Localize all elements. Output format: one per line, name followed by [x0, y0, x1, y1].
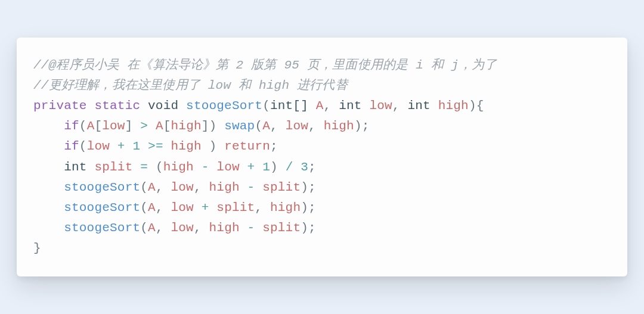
id-low: low: [102, 119, 125, 133]
semi: ;: [270, 139, 278, 153]
type-void: void: [148, 99, 178, 113]
id-split: split: [216, 201, 255, 214]
id-A: A: [156, 119, 163, 133]
kw-if: if: [64, 139, 79, 153]
id-low: low: [171, 201, 194, 214]
comma: ,: [255, 201, 262, 214]
paren-open: (: [79, 139, 87, 153]
id-split: split: [262, 181, 301, 194]
comma: ,: [392, 99, 400, 113]
comma: ,: [156, 201, 163, 214]
fn-stoogeSort: stoogeSort: [186, 99, 262, 113]
op-div: /: [286, 160, 293, 174]
id-high: high: [270, 201, 301, 214]
paren-close: ): [469, 99, 476, 113]
type-int: int: [407, 99, 430, 113]
semi: ;: [362, 119, 370, 133]
bracket-close: ]: [202, 119, 209, 133]
op-plus: +: [202, 201, 209, 214]
brace-open: {: [476, 99, 484, 113]
kw-if: if: [64, 119, 79, 133]
paren-open: (: [156, 160, 163, 174]
bracket-open: [: [94, 119, 102, 133]
brace-close: }: [33, 241, 41, 255]
paren-close: ): [209, 139, 217, 153]
semi: ;: [308, 201, 316, 214]
paren-open: (: [140, 201, 148, 214]
comma: ,: [270, 119, 278, 133]
kw-private: private: [33, 99, 87, 113]
paren-close: ): [354, 119, 362, 133]
id-split: split: [262, 221, 301, 235]
bracket-open: [: [163, 119, 171, 133]
id-A: A: [148, 181, 156, 194]
comma: ,: [308, 119, 316, 133]
semi: ;: [308, 160, 316, 174]
comma: ,: [324, 99, 332, 113]
fn-swap: swap: [224, 119, 255, 133]
comma: ,: [156, 221, 163, 235]
op-minus: -: [247, 221, 255, 235]
id-high: high: [163, 160, 194, 174]
id-high: high: [171, 139, 202, 153]
paren-open: (: [262, 99, 270, 113]
paren-close: ): [301, 221, 308, 235]
id-A: A: [316, 99, 324, 113]
id-A: A: [148, 221, 156, 235]
id-low: low: [171, 221, 194, 235]
op-plus: +: [117, 139, 125, 153]
type-int: int: [64, 160, 86, 174]
id-split: split: [94, 160, 132, 174]
op-minus: -: [247, 181, 255, 194]
id-low: low: [171, 181, 194, 194]
fn-stoogeSort: stoogeSort: [64, 181, 140, 194]
op-plus: +: [247, 160, 255, 174]
op-eq: =: [140, 160, 148, 174]
comma: ,: [194, 221, 202, 235]
id-A: A: [262, 119, 270, 133]
id-high: high: [209, 221, 240, 235]
paren-close: ): [301, 201, 308, 214]
paren-open: (: [140, 221, 148, 235]
id-low: low: [286, 119, 308, 133]
id-low: low: [216, 160, 239, 174]
op-gt: >: [140, 119, 148, 133]
id-A: A: [148, 201, 156, 214]
comment-line-2: //更好理解，我在这里使用了 low 和 high 进行代替: [33, 79, 348, 92]
paren-close: ): [301, 181, 308, 194]
fn-stoogeSort: stoogeSort: [64, 201, 140, 214]
code-card: //@程序员小吴 在《算法导论》第 2 版第 95 页，里面使用的是 i 和 j…: [17, 38, 627, 276]
op-minus: -: [202, 160, 209, 174]
id-low: low: [87, 139, 110, 153]
paren-open: (: [79, 119, 87, 133]
type-int: int: [339, 99, 361, 113]
id-low: low: [369, 99, 392, 113]
paren-open: (: [140, 181, 148, 194]
semi: ;: [308, 181, 316, 194]
code-block: //@程序员小吴 在《算法导论》第 2 版第 95 页，里面使用的是 i 和 j…: [33, 55, 611, 258]
fn-stoogeSort: stoogeSort: [64, 221, 140, 235]
bracket-close: ]: [125, 119, 133, 133]
paren-open: (: [255, 119, 262, 133]
id-high: high: [209, 181, 240, 194]
num-3: 3: [301, 160, 308, 174]
comma: ,: [156, 181, 163, 194]
paren-close: ): [209, 119, 217, 133]
paren-close: ): [270, 160, 278, 174]
type-int-arr: int[]: [270, 99, 308, 113]
kw-static: static: [94, 99, 140, 113]
comma: ,: [194, 181, 202, 194]
num-1: 1: [132, 139, 140, 153]
num-1: 1: [262, 160, 270, 174]
id-A: A: [87, 119, 95, 133]
id-high: high: [438, 99, 469, 113]
comment-line-1: //@程序员小吴 在《算法导论》第 2 版第 95 页，里面使用的是 i 和 j…: [33, 58, 497, 72]
kw-return: return: [224, 139, 270, 153]
id-high: high: [171, 119, 202, 133]
semi: ;: [308, 221, 316, 235]
id-high: high: [324, 119, 354, 133]
op-ge: >=: [148, 139, 163, 153]
